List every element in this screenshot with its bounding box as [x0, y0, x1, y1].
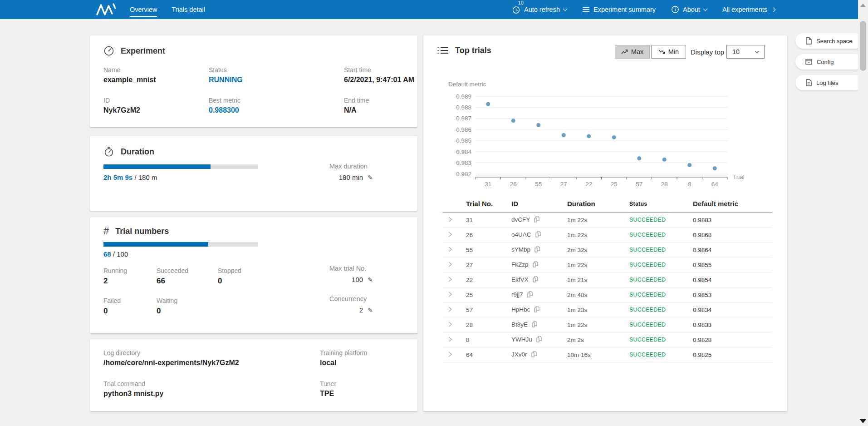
min-button[interactable]: Min: [651, 45, 686, 59]
stat-value: 0: [103, 307, 121, 316]
log-files-button[interactable]: Log files: [795, 75, 863, 90]
duration-progress-fill: [103, 164, 211, 169]
expand-row-icon[interactable]: [448, 276, 452, 284]
trial-id-cell: dvCFY: [506, 213, 562, 228]
field-label: Name: [103, 66, 156, 74]
trial-metric-cell: 0.9855: [687, 258, 772, 272]
field-value: N/A: [344, 106, 369, 114]
trial-duration-cell: 2m 32s: [562, 243, 624, 258]
stat-label: Running: [103, 267, 127, 274]
svg-text:25: 25: [611, 181, 618, 188]
scrollbar-thumb[interactable]: [860, 21, 866, 71]
concurrency-block: Concurrency 2 ✎: [329, 295, 379, 314]
about-menu[interactable]: About: [671, 5, 707, 14]
trial-status-cell: SUCCEEDED: [624, 258, 687, 272]
trial-duration-cell: 1m 22s: [562, 213, 624, 228]
trial-id-cell: Bt8yE: [506, 317, 562, 332]
expand-row-icon[interactable]: [448, 291, 452, 299]
stat-value: 2: [103, 277, 127, 286]
trial-status-cell: SUCCEEDED: [624, 213, 687, 228]
trial-metric-cell: 0.9828: [687, 332, 772, 347]
svg-text:0.989: 0.989: [456, 93, 471, 100]
scrollbar[interactable]: [858, 0, 868, 426]
all-experiments-link[interactable]: All experiments: [722, 6, 775, 13]
copy-id-icon[interactable]: [535, 231, 541, 239]
clock-icon: [512, 5, 520, 14]
edit-max-duration-icon[interactable]: ✎: [368, 174, 373, 181]
field-trial-command: Trial command python3 mnist.py: [103, 380, 163, 398]
trial-status-cell: SUCCEEDED: [624, 302, 687, 317]
field-label: Trial command: [103, 380, 163, 387]
chevron-down-icon: [755, 49, 760, 54]
scroll-up-arrow-icon[interactable]: [860, 4, 866, 7]
edit-concurrency-icon[interactable]: ✎: [368, 307, 373, 314]
expand-row-icon[interactable]: [448, 306, 452, 314]
table-row[interactable]: 25 r9jj7 2m 48s SUCCEEDED 0.9853: [442, 287, 772, 302]
stat-label: Failed: [103, 297, 121, 304]
expand-row-icon[interactable]: [448, 216, 452, 224]
concurrency-label: Concurrency: [329, 295, 379, 302]
table-row[interactable]: 27 FkZzp 1m 22s SUCCEEDED 0.9855: [442, 258, 772, 272]
table-row[interactable]: 57 HpHbc 1m 23s SUCCEEDED 0.9834: [442, 302, 772, 317]
trial-duration-cell: 10m 16s: [562, 347, 624, 362]
trial-no-cell: 64: [461, 347, 506, 362]
file-icon: [805, 79, 812, 86]
stopwatch-icon: [103, 146, 114, 157]
stat-stopped: Stopped 0: [218, 267, 241, 286]
trial-no-cell: 55: [461, 243, 506, 258]
table-row[interactable]: 28 Bt8yE 1m 22s SUCCEEDED 0.9833: [442, 317, 772, 332]
max-button[interactable]: Max: [615, 45, 650, 59]
edit-max-trial-icon[interactable]: ✎: [368, 276, 373, 283]
expand-row-icon[interactable]: [448, 261, 452, 269]
expand-row-icon[interactable]: [448, 231, 452, 239]
field-start-time: Start time 6/2/2021, 9:47:01 AM: [344, 66, 414, 84]
expand-row-icon[interactable]: [448, 336, 452, 344]
expand-row-icon[interactable]: [448, 321, 452, 329]
trial-numbers-card: # Trial numbers 68 / 100 Running 2 Succe…: [90, 217, 417, 333]
trial-id-cell: YWHJu: [506, 332, 562, 347]
trial-duration-cell: 2m 2s: [562, 332, 624, 347]
max-duration-unit: min: [352, 173, 363, 181]
display-top-select[interactable]: 10: [726, 45, 765, 59]
min-button-label: Min: [668, 48, 679, 55]
svg-text:Trial: Trial: [733, 173, 745, 180]
search-space-button[interactable]: Search space: [795, 33, 863, 49]
copy-id-icon[interactable]: [532, 321, 537, 329]
trial-id-cell: r9jj7: [506, 287, 562, 302]
nni-logo-icon[interactable]: [95, 2, 117, 17]
table-row[interactable]: 31 dvCFY 1m 22s SUCCEEDED 0.9883: [442, 213, 772, 228]
max-trial-block: Max trial No. 100 ✎: [329, 265, 379, 283]
copy-id-icon[interactable]: [531, 351, 537, 359]
expand-row-icon[interactable]: [448, 246, 452, 254]
trial-metric-cell: 0.9833: [687, 317, 772, 332]
svg-text:64: 64: [711, 181, 719, 188]
auto-refresh-menu[interactable]: 10 Auto refresh: [512, 5, 567, 14]
trial-metric-cell: 0.9834: [687, 302, 772, 317]
table-row[interactable]: 55 sYMbp 2m 32s SUCCEEDED 0.9864: [442, 243, 772, 258]
stat-value: 66: [157, 277, 188, 286]
tab-trials-detail[interactable]: Trials detail: [172, 4, 205, 15]
chevron-down-icon: [563, 6, 568, 11]
experiment-summary-button[interactable]: Experiment summary: [582, 6, 656, 13]
trial-no-cell: 26: [461, 228, 506, 243]
list-icon: [582, 6, 590, 13]
copy-id-icon[interactable]: [536, 336, 542, 344]
svg-text:0.986: 0.986: [456, 126, 471, 133]
status-badge: RUNNING: [209, 76, 243, 84]
duration-progress-text: 2h 5m 9s / 180 m: [103, 173, 157, 181]
scroll-down-arrow-icon[interactable]: [860, 419, 866, 423]
copy-id-icon[interactable]: [533, 276, 538, 284]
table-row[interactable]: 22 EkfVX 1m 21s SUCCEEDED 0.9854: [442, 272, 772, 287]
table-row[interactable]: 8 YWHJu 2m 2s SUCCEEDED 0.9828: [442, 332, 772, 347]
copy-id-icon[interactable]: [534, 306, 539, 314]
table-row[interactable]: 26 o4UAC 1m 22s SUCCEEDED 0.9868: [442, 228, 772, 243]
copy-id-icon[interactable]: [533, 261, 538, 269]
copy-id-icon[interactable]: [535, 246, 540, 254]
copy-id-icon[interactable]: [534, 216, 539, 224]
trial-status-cell: SUCCEEDED: [624, 287, 687, 302]
table-row[interactable]: 64 JXv0r 10m 16s SUCCEEDED 0.9825: [442, 347, 772, 362]
tab-overview[interactable]: Overview: [130, 4, 157, 15]
copy-id-icon[interactable]: [527, 291, 533, 299]
expand-row-icon[interactable]: [448, 351, 452, 359]
config-button[interactable]: Config: [795, 54, 863, 69]
